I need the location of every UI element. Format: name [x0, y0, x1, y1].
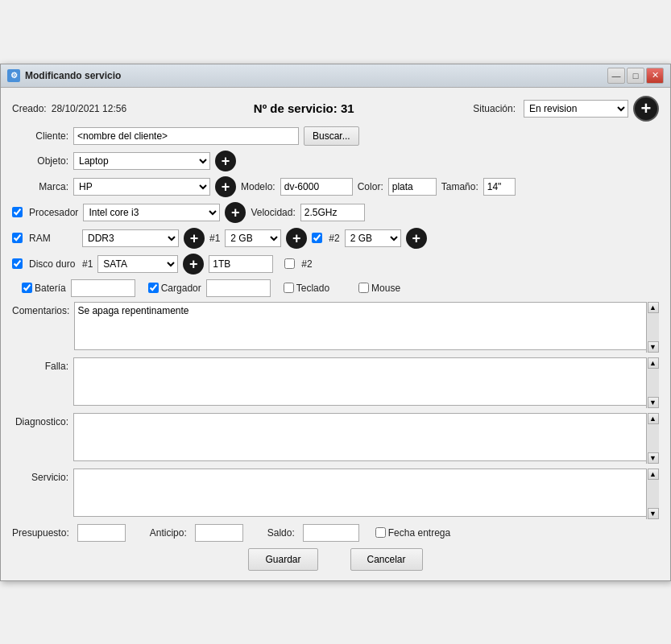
ram-row: RAM DDR3 DDR4 DDR5 + #1 2 GB 4 GB 8 GB 1…: [12, 228, 659, 249]
mouse-label: Mouse: [371, 283, 400, 294]
ram-slot2-add-button[interactable]: +: [406, 228, 427, 249]
disco-checkbox[interactable]: [12, 258, 23, 269]
servicio-scroll-up-button[interactable]: ▲: [648, 469, 659, 480]
servicio-scroll-down-button[interactable]: ▼: [648, 508, 659, 519]
ram-checkbox[interactable]: [12, 233, 23, 243]
disco-slot1-label: #1: [82, 258, 93, 270]
diagnostico-scroll-down-button[interactable]: ▼: [648, 452, 659, 464]
servicio-scroll-track: [647, 480, 659, 508]
scroll-down-button[interactable]: ▼: [648, 341, 659, 353]
objeto-add-button[interactable]: +: [215, 151, 236, 171]
fecha-entrega-label: Fecha entrega: [388, 527, 450, 539]
situation-select[interactable]: En revision Pendiente Terminado Entregad…: [524, 100, 628, 118]
diagnostico-row: Diagnostico: ▲ ▼: [12, 413, 659, 464]
servicio-label: Servicio:: [12, 469, 68, 483]
buscar-button[interactable]: Buscar...: [304, 126, 359, 146]
comentarios-container: Se apaga repentinamente ▲ ▼: [74, 302, 659, 353]
ram-select[interactable]: DDR3 DDR4 DDR5: [82, 229, 179, 247]
fecha-entrega-checkbox[interactable]: [375, 527, 386, 538]
velocidad-input[interactable]: [300, 204, 365, 221]
velocidad-label: Velocidad:: [251, 207, 295, 218]
marca-add-button[interactable]: +: [215, 176, 236, 197]
cargador-checkbox[interactable]: [148, 283, 159, 293]
procesador-add-button[interactable]: +: [225, 202, 246, 223]
tamaño-input[interactable]: [483, 178, 516, 196]
marca-label: Marca:: [12, 181, 68, 192]
comentarios-label: Comentarios:: [12, 302, 69, 316]
header-row: Creado: 28/10/2021 12:56 Nº de servicio:…: [12, 96, 659, 122]
fecha-entrega-group: Fecha entrega: [375, 527, 450, 539]
title-bar: ⚙ Modificando servicio — □ ✕: [1, 64, 670, 88]
accesorios-row: Batería Cargador Teclado Mouse: [12, 279, 659, 297]
teclado-checkbox[interactable]: [284, 283, 294, 293]
bateria-label: Batería: [35, 283, 66, 294]
falla-container: ▲ ▼: [73, 357, 659, 408]
service-number: Nº de servicio: 31: [139, 101, 468, 115]
diagnostico-textarea[interactable]: [73, 413, 659, 461]
presupuesto-input[interactable]: [77, 524, 126, 542]
cliente-label: Cliente:: [12, 130, 68, 142]
saldo-input[interactable]: [303, 524, 359, 542]
situation-add-button[interactable]: +: [633, 96, 659, 122]
tamaño-label: Tamaño:: [441, 181, 478, 192]
bateria-input[interactable]: [71, 279, 135, 297]
disco-slot2-checkbox[interactable]: [284, 258, 295, 269]
maximize-button[interactable]: □: [627, 68, 644, 84]
close-button[interactable]: ✕: [646, 68, 664, 84]
disco-label: Disco duro: [29, 258, 77, 270]
modelo-input[interactable]: [280, 178, 353, 196]
teclado-label-group: Teclado: [284, 283, 329, 294]
disco-capacity-input[interactable]: [209, 255, 273, 273]
disco-slot1-select[interactable]: SATA SSD NVMe: [97, 255, 178, 273]
guardar-button[interactable]: Guardar: [248, 548, 317, 571]
marca-row: Marca: HP Dell Lenovo Apple Asus + Model…: [12, 176, 659, 197]
scroll-up-button[interactable]: ▲: [648, 302, 659, 313]
procesador-select[interactable]: Intel core i3 Intel core i5 Intel core i…: [83, 204, 220, 221]
falla-scroll-up-button[interactable]: ▲: [648, 357, 659, 369]
diagnostico-container: ▲ ▼: [73, 413, 659, 464]
cargador-label: Cargador: [161, 283, 201, 294]
falla-scroll-down-button[interactable]: ▼: [648, 397, 659, 408]
diagnostico-scroll-up-button[interactable]: ▲: [648, 413, 659, 424]
cargador-input[interactable]: [206, 279, 271, 297]
falla-textarea[interactable]: [73, 357, 659, 406]
bateria-checkbox[interactable]: [22, 283, 32, 293]
cliente-input[interactable]: [73, 127, 299, 145]
diagnostico-label: Diagnostico:: [12, 413, 68, 427]
modelo-label: Modelo:: [241, 181, 275, 192]
ram-slot1-add-button[interactable]: +: [286, 228, 307, 249]
cargador-label-group: Cargador: [148, 283, 201, 294]
comentarios-textarea[interactable]: Se apaga repentinamente: [74, 302, 659, 350]
diagnostico-scrollbar: ▲ ▼: [646, 413, 659, 464]
window-icon: ⚙: [7, 69, 20, 82]
disco-row: Disco duro #1 SATA SSD NVMe + #2: [12, 254, 659, 275]
servicio-textarea[interactable]: [73, 469, 659, 517]
falla-scrollbar: ▲ ▼: [646, 357, 659, 408]
ram-slot2-select[interactable]: 2 GB 4 GB 8 GB 16 GB: [345, 229, 401, 247]
color-input[interactable]: [388, 178, 437, 196]
window-title: Modificando servicio: [25, 70, 121, 81]
procesador-row: Procesador Intel core i3 Intel core i5 I…: [12, 202, 659, 223]
falla-row: Falla: ▲ ▼: [12, 357, 659, 408]
objeto-select[interactable]: Laptop Desktop Tablet Smartphone: [73, 152, 210, 170]
title-bar-left: ⚙ Modificando servicio: [7, 69, 121, 82]
servicio-container: ▲ ▼: [73, 469, 659, 519]
scroll-track: [647, 313, 659, 341]
ram-slot2-label: #2: [329, 233, 339, 244]
button-row: Guardar Cancelar: [12, 548, 659, 571]
ram-slot2-checkbox[interactable]: [312, 233, 322, 243]
created-value: 28/10/2021 12:56: [52, 103, 126, 114]
mouse-checkbox[interactable]: [358, 283, 369, 293]
comentarios-row: Comentarios: Se apaga repentinamente ▲ ▼: [12, 302, 659, 353]
minimize-button[interactable]: —: [607, 68, 625, 84]
marca-select[interactable]: HP Dell Lenovo Apple Asus: [73, 178, 210, 196]
disco-add-button[interactable]: +: [183, 254, 204, 275]
bottom-row: Presupuesto: Anticipo: Saldo: Fecha entr…: [12, 524, 659, 542]
ram-slot1-select[interactable]: 2 GB 4 GB 8 GB 16 GB: [225, 229, 281, 247]
objeto-row: Objeto: Laptop Desktop Tablet Smartphone…: [12, 151, 659, 171]
ram-add-button[interactable]: +: [184, 228, 205, 249]
procesador-checkbox[interactable]: [12, 207, 23, 217]
cancelar-button[interactable]: Cancelar: [350, 548, 423, 571]
anticipo-input[interactable]: [195, 524, 243, 542]
form-content: Creado: 28/10/2021 12:56 Nº de servicio:…: [1, 88, 670, 580]
